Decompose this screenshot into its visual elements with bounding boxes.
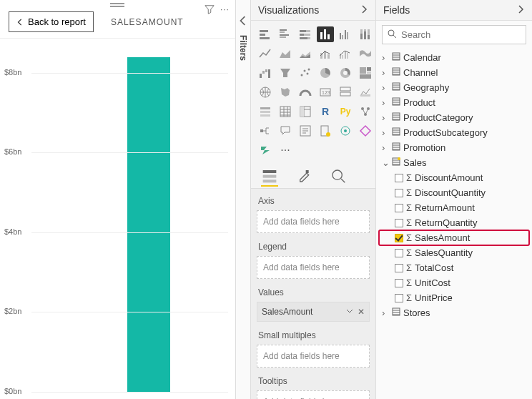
viz-paginated-report-icon[interactable] (317, 123, 334, 139)
viz-r-icon[interactable]: R (317, 104, 334, 119)
table-stores[interactable]: ›Stores (379, 305, 529, 320)
checkbox[interactable] (395, 249, 403, 257)
viz-pie-icon[interactable] (317, 65, 334, 81)
viz-clustered-column-icon[interactable] (337, 26, 354, 42)
viz-slicer-icon[interactable] (257, 104, 274, 119)
viz-card-icon[interactable]: 123 (317, 84, 334, 100)
field-discountquantity[interactable]: ΣDiscountQuantity (379, 185, 529, 200)
field-salesquantity[interactable]: ΣSalesQuantity (379, 245, 529, 260)
svg-rect-5 (280, 34, 289, 36)
checkbox[interactable] (395, 264, 403, 272)
viz-gauge-icon[interactable] (297, 84, 314, 100)
filter-icon[interactable] (205, 4, 215, 16)
viz-tab-analytics[interactable] (330, 167, 347, 187)
viz-stacked-area-icon[interactable] (297, 46, 314, 61)
well-tooltips-drop[interactable]: Add data fields here (257, 390, 370, 399)
viz-qa-icon[interactable] (277, 123, 294, 139)
viz-clustered-bar-icon[interactable] (277, 26, 294, 42)
table-calendar[interactable]: ›Calendar (379, 50, 529, 65)
sigma-icon: Σ (406, 292, 412, 303)
table-sales[interactable]: ⌄Sales (379, 155, 529, 170)
well-legend-drop[interactable]: Add data fields here (257, 256, 370, 279)
well-axis-drop[interactable]: Add data fields here (257, 210, 370, 233)
field-discountamount[interactable]: ΣDiscountAmount (379, 170, 529, 185)
viz-multirow-card-icon[interactable] (337, 84, 354, 100)
viz-ribbon-icon[interactable] (357, 46, 374, 61)
checkbox[interactable] (395, 204, 403, 212)
chevron-down-icon[interactable] (346, 307, 353, 317)
sigma-icon: Σ (406, 262, 412, 273)
viz-area-icon[interactable] (277, 46, 294, 61)
viz-line-clustered-column-icon[interactable] (337, 46, 354, 61)
field-returnquantity[interactable]: ΣReturnQuantity (379, 215, 529, 230)
svg-rect-46 (367, 72, 371, 74)
viz-tab-fields[interactable] (261, 167, 278, 187)
table-icon (392, 142, 400, 153)
viz-tab-format[interactable] (295, 167, 312, 187)
viz-decomposition-icon[interactable] (257, 123, 274, 139)
viz-power-apps-icon[interactable] (357, 123, 374, 139)
viz-line-icon[interactable] (257, 46, 274, 61)
more-options-icon[interactable]: ··· (220, 4, 230, 16)
table-promotion[interactable]: ›Promotion (379, 140, 529, 155)
checkbox[interactable] (395, 294, 403, 302)
viz-funnel-icon[interactable] (277, 65, 294, 81)
viz-table-icon[interactable] (277, 104, 294, 119)
viz-key-influencers-icon[interactable] (357, 104, 374, 119)
table-product[interactable]: ›Product (379, 95, 529, 110)
table-productcategory[interactable]: ›ProductCategory (379, 110, 529, 125)
checkbox[interactable] (395, 279, 403, 287)
viz-arcgis-icon[interactable] (337, 123, 354, 139)
sigma-icon: Σ (406, 247, 412, 258)
field-returnamount[interactable]: ΣReturnAmount (379, 200, 529, 215)
fields-search[interactable] (382, 25, 526, 44)
field-unitprice[interactable]: ΣUnitPrice (379, 290, 529, 305)
checkbox-checked[interactable] (395, 234, 403, 242)
field-salesamount[interactable]: ΣSalesAmount (379, 230, 529, 245)
viz-smart-narrative-icon[interactable] (297, 123, 314, 139)
viz-donut-icon[interactable] (337, 65, 354, 81)
fields-search-input[interactable] (401, 29, 521, 40)
viz-get-more-icon[interactable]: ··· (277, 142, 294, 158)
chart-plot (34, 53, 228, 392)
filters-pane-collapsed[interactable]: Filters (236, 0, 251, 399)
field-unitcost[interactable]: ΣUnitCost (379, 275, 529, 290)
viz-treemap-icon[interactable] (357, 65, 374, 81)
chart-header: Back to report SALESAMOUNT ··· (0, 0, 235, 39)
viz-kpi-icon[interactable] (357, 84, 374, 100)
svg-rect-31 (345, 51, 346, 59)
well-small-multiples-drop[interactable]: Add data fields here (257, 345, 370, 368)
table-productsubcategory[interactable]: ›ProductSubcategory (379, 125, 529, 140)
chevron-right-icon[interactable] (516, 5, 525, 16)
svg-point-83 (398, 157, 400, 160)
table-channel[interactable]: ›Channel (379, 65, 529, 80)
fields-panel: Fields ›Calendar ›Channel ›Geography ›Pr… (376, 0, 532, 399)
viz-map-icon[interactable] (257, 84, 274, 100)
checkbox[interactable] (395, 219, 403, 227)
checkbox[interactable] (395, 174, 403, 182)
viz-stacked-bar-icon[interactable] (257, 26, 274, 42)
svg-rect-30 (342, 55, 343, 59)
viz-waterfall-icon[interactable] (257, 65, 274, 81)
visualization-gallery: 123 R Py ··· (251, 21, 375, 164)
table-geography[interactable]: ›Geography (379, 80, 529, 95)
well-legend-label: Legend (257, 237, 370, 256)
viz-100-stacked-bar-icon[interactable] (297, 26, 314, 42)
viz-stacked-column-icon[interactable] (317, 26, 334, 42)
viz-100-stacked-column-icon[interactable] (357, 26, 374, 42)
chart-bar[interactable] (127, 57, 170, 392)
viz-filled-map-icon[interactable] (277, 84, 294, 100)
field-totalcost[interactable]: ΣTotalCost (379, 260, 529, 275)
viz-power-automate-icon[interactable] (257, 142, 274, 158)
back-to-report-button[interactable]: Back to report (9, 11, 94, 32)
viz-scatter-icon[interactable] (297, 65, 314, 81)
remove-field-icon[interactable]: ✕ (358, 307, 365, 317)
viz-matrix-icon[interactable] (297, 104, 314, 119)
viz-line-stacked-column-icon[interactable] (317, 46, 334, 61)
checkbox[interactable] (395, 189, 403, 197)
well-values-item[interactable]: SalesAmount ✕ (257, 302, 370, 322)
chevron-right-icon[interactable] (360, 5, 368, 16)
svg-rect-71 (263, 179, 277, 182)
viz-python-icon[interactable]: Py (337, 104, 354, 119)
svg-rect-3 (280, 29, 287, 31)
